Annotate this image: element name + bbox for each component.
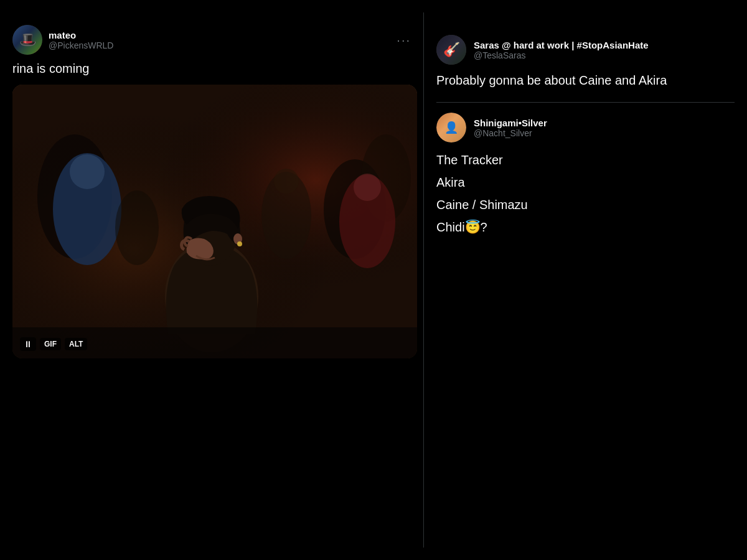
reply-text-saras: Probably gonna be about Caine and Akira (436, 71, 735, 90)
display-name: mateo (49, 30, 113, 40)
avatar-shinigami[interactable]: 👤 (436, 113, 466, 142)
user-info-saras: Saras @ hard at work | #StopAsianHate @T… (474, 40, 649, 60)
gif-scene (12, 85, 417, 358)
svg-point-11 (274, 169, 299, 194)
svg-point-9 (354, 174, 381, 201)
replies-panel: 🎸 Saras @ hard at work | #StopAsianHate … (423, 12, 747, 548)
reply-header-saras: 🎸 Saras @ hard at work | #StopAsianHate … (436, 35, 735, 65)
svg-point-7 (70, 154, 105, 189)
reply-tweet-saras: 🎸 Saras @ hard at work | #StopAsianHate … (436, 25, 735, 103)
reply-tweet-shinigami: 👤 Shinigami•Silver @Nacht_Silver The Tra… (436, 103, 735, 248)
tweet-text: rina is coming (12, 60, 411, 77)
reply-text-shinigami-block: The Tracker Akira Caine / Shimazu Chidi😇… (436, 149, 735, 238)
gif-controls: ⏸ GIF ALT (20, 337, 87, 351)
reply-line-3: Caine / Shimazu (436, 194, 735, 216)
username-saras: @TeslaSaras (474, 50, 649, 60)
username: @PickensWRLD (49, 40, 113, 50)
tweet-header: 🎩 mateo @PickensWRLD ··· (12, 25, 411, 55)
reply-header-shinigami: 👤 Shinigami•Silver @Nacht_Silver (436, 113, 735, 142)
svg-point-16 (237, 241, 242, 246)
pause-icon: ⏸ (24, 339, 32, 349)
display-name-shinigami: Shinigami•Silver (474, 118, 547, 128)
more-options-icon[interactable]: ··· (397, 33, 411, 47)
avatar[interactable]: 🎩 (12, 25, 42, 55)
user-info-shinigami: Shinigami•Silver @Nacht_Silver (474, 118, 547, 138)
avatar-saras[interactable]: 🎸 (436, 35, 466, 65)
gif-label[interactable]: GIF (40, 338, 61, 350)
display-name-saras: Saras @ hard at work | #StopAsianHate (474, 40, 649, 50)
reply-line-2: Akira (436, 171, 735, 194)
gif-pause-button[interactable]: ⏸ (20, 337, 36, 351)
alt-label[interactable]: ALT (65, 338, 87, 350)
reply-line-4: Chidi😇? (436, 216, 735, 238)
user-info: mateo @PickensWRLD (49, 30, 113, 50)
username-shinigami: @Nacht_Silver (474, 128, 547, 138)
reply-line-1: The Tracker (436, 149, 735, 171)
svg-point-12 (115, 190, 159, 265)
gif-container[interactable]: ⏸ GIF ALT (12, 85, 417, 358)
